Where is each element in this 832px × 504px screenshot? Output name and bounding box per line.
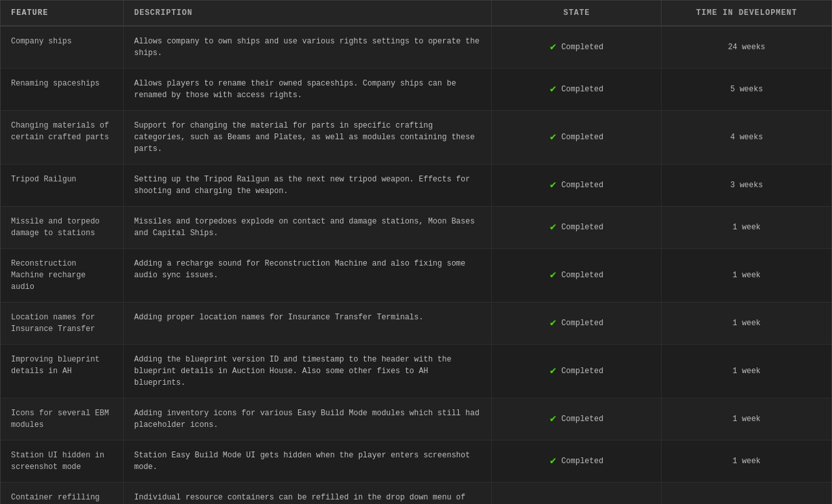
cell-state: ✔Completed (492, 483, 662, 505)
cell-feature: Container refilling through inventory me… (1, 483, 123, 505)
cell-feature: Location names for Insurance Transfer (1, 303, 123, 345)
completed-checkmark-icon: ✔ (550, 453, 557, 469)
cell-state: ✔Completed (492, 345, 662, 398)
cell-description: Station Easy Build Mode UI gets hidden w… (123, 441, 491, 483)
time-label: 5 weeks (730, 85, 763, 94)
time-label: 1 week (733, 367, 761, 376)
cell-feature: Changing materials of certain crafted pa… (1, 111, 123, 165)
completed-checkmark-icon: ✔ (550, 363, 557, 379)
time-label: 1 week (733, 415, 761, 424)
cell-feature: Reconstruction Machine recharge audio (1, 249, 123, 303)
cell-feature: Tripod Railgun (1, 165, 123, 207)
completed-checkmark-icon: ✔ (550, 501, 557, 504)
cell-state: ✔Completed (492, 303, 662, 345)
state-label: Completed (561, 269, 603, 281)
cell-description: Support for changing the material for pa… (123, 111, 491, 165)
table-row: Renaming spaceshipsAllows players to ren… (1, 69, 831, 111)
table-row: Changing materials of certain crafted pa… (1, 111, 831, 165)
table-row: Icons for several EBM modulesAdding inve… (1, 398, 831, 441)
completed-checkmark-icon: ✔ (550, 82, 557, 97)
cell-description: Adding proper location names for Insuran… (123, 303, 491, 345)
cell-time: 1 week (662, 398, 831, 441)
cell-state: ✔Completed (492, 111, 662, 165)
cell-description: Allows players to rename their owned spa… (123, 69, 491, 111)
cell-description: Allows company to own ships and use vari… (123, 26, 491, 69)
state-label: Completed (561, 317, 603, 329)
cell-time: 1 week (662, 249, 831, 303)
table-row: Tripod RailgunSetting up the Tripod Rail… (1, 165, 831, 207)
cell-description: Adding inventory icons for various Easy … (123, 398, 491, 441)
cell-feature: Missile and torpedo damage to stations (1, 207, 123, 249)
cell-feature: Company ships (1, 26, 123, 69)
state-label: Completed (561, 132, 603, 143)
table-row: Station UI hidden in screenshot modeStat… (1, 441, 831, 483)
header-state: State (492, 1, 662, 26)
table-row: Location names for Insurance TransferAdd… (1, 303, 831, 345)
time-label: 24 weeks (728, 43, 765, 52)
cell-time: 3 weeks (662, 165, 831, 207)
completed-checkmark-icon: ✔ (550, 130, 557, 145)
cell-time: 1 week (662, 303, 831, 345)
cell-time: 1 week (662, 207, 831, 249)
cell-state: ✔Completed (492, 26, 662, 69)
state-label: Completed (561, 179, 603, 191)
cell-time: 1 week (662, 345, 831, 398)
cell-time: 5 weeks (662, 69, 831, 111)
cell-time: 1 week (662, 441, 831, 483)
cell-feature: Station UI hidden in screenshot mode (1, 441, 123, 483)
cell-time: 1 week (662, 483, 831, 505)
cell-state: ✔Completed (492, 69, 662, 111)
cell-description: Setting up the Tripod Railgun as the nex… (123, 165, 491, 207)
completed-checkmark-icon: ✔ (550, 178, 557, 193)
cell-state: ✔Completed (492, 165, 662, 207)
completed-checkmark-icon: ✔ (550, 220, 557, 235)
time-label: 4 weeks (730, 133, 763, 142)
table-row: Company shipsAllows company to own ships… (1, 26, 831, 69)
completed-checkmark-icon: ✔ (550, 40, 557, 55)
cell-description: Individual resource containers can be re… (123, 483, 491, 505)
cell-state: ✔Completed (492, 207, 662, 249)
header-description: Description (123, 1, 491, 26)
completed-checkmark-icon: ✔ (550, 315, 557, 331)
time-label: 1 week (733, 223, 761, 232)
header-time: Time in Development (662, 1, 831, 26)
cell-state: ✔Completed (492, 398, 662, 441)
cell-feature: Improving blueprint details in AH (1, 345, 123, 398)
cell-state: ✔Completed (492, 441, 662, 483)
cell-description: Missiles and torpedoes explode on contac… (123, 207, 491, 249)
table-row: Missile and torpedo damage to stationsMi… (1, 207, 831, 249)
cell-time: 4 weeks (662, 111, 831, 165)
cell-description: Adding a recharge sound for Reconstructi… (123, 249, 491, 303)
time-label: 3 weeks (730, 181, 763, 190)
completed-checkmark-icon: ✔ (550, 268, 557, 283)
header-feature: Feature (1, 1, 123, 26)
table-row: Container refilling through inventory me… (1, 483, 831, 505)
cell-feature: Icons for several EBM modules (1, 398, 123, 441)
state-label: Completed (561, 41, 603, 53)
completed-checkmark-icon: ✔ (550, 411, 557, 427)
table-row: Improving blueprint details in AHAdding … (1, 345, 831, 398)
state-label: Completed (561, 455, 603, 467)
table-header-row: Feature Description State Time in Develo… (1, 1, 831, 26)
state-label: Completed (561, 84, 603, 95)
cell-description: Adding the blueprint version ID and time… (123, 345, 491, 398)
cell-state: ✔Completed (492, 249, 662, 303)
state-label: Completed (561, 365, 603, 377)
cell-time: 24 weeks (662, 26, 831, 69)
state-label: Completed (561, 413, 603, 425)
cell-feature: Renaming spaceships (1, 69, 123, 111)
time-label: 1 week (733, 271, 761, 280)
state-label: Completed (561, 222, 603, 233)
table-row: Reconstruction Machine recharge audioAdd… (1, 249, 831, 303)
time-label: 1 week (733, 319, 761, 328)
feature-table: Feature Description State Time in Develo… (0, 0, 832, 504)
time-label: 1 week (733, 457, 761, 466)
